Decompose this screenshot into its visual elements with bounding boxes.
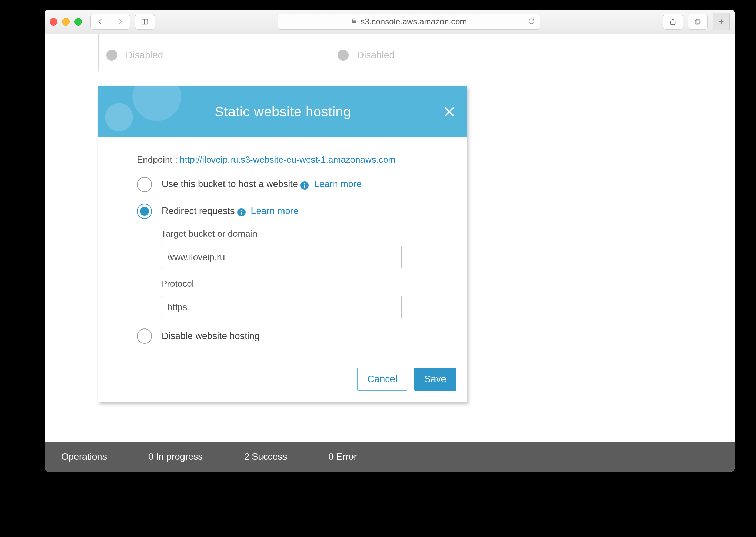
svg-rect-11 [304,185,305,188]
info-icon[interactable] [237,208,246,217]
minimize-window-button[interactable] [62,18,70,26]
panel-header: Static website hosting [98,86,467,137]
svg-rect-5 [695,20,699,24]
sidebar-icon [141,18,149,26]
status-dot-icon [106,50,117,61]
static-website-hosting-panel: Static website hosting Endpoint : http:/… [98,86,467,402]
success-count: 2 Success [244,452,287,462]
operations-label: Operations [61,452,107,462]
panel-title: Static website hosting [215,104,351,120]
share-button[interactable] [663,14,683,30]
radio-unchecked-icon[interactable] [137,328,152,344]
property-card-1[interactable]: Disabled [98,34,299,71]
browser-window: s3.console.aws.amazon.com [45,10,735,472]
svg-point-12 [304,183,305,184]
operations-status-bar[interactable]: Operations 0 In progress 2 Success 0 Err… [45,442,735,472]
option-label: Use this bucket to host a website [162,179,298,189]
chevron-right-icon [116,18,124,26]
svg-rect-14 [241,212,242,215]
close-panel-button[interactable] [442,104,457,119]
protocol-input[interactable]: https [161,296,402,318]
svg-rect-0 [142,19,148,24]
option-disable-hosting[interactable]: Disable website hosting [137,328,429,344]
protocol-label: Protocol [161,278,429,289]
endpoint-link[interactable]: http://iloveip.ru.s3-website-eu-west-1.a… [180,154,396,165]
info-icon[interactable] [300,181,309,190]
panel-footer: Cancel Save [98,361,467,402]
in-progress-count: 0 In progress [148,452,203,462]
back-button[interactable] [90,14,110,30]
error-count: 0 Error [328,452,357,462]
status-label: Disabled [126,50,163,61]
close-icon [442,104,457,119]
save-button[interactable]: Save [414,368,456,391]
reload-button[interactable] [528,18,535,27]
share-icon [669,18,677,26]
safari-toolbar: s3.console.aws.amazon.com [45,10,735,34]
sidebar-toggle-button[interactable] [135,14,155,30]
lock-icon [351,18,357,26]
page-content: Disabled Disabled Static website hosting… [45,34,735,442]
option-host-website[interactable]: Use this bucket to host a website Learn … [137,177,429,192]
cancel-button[interactable]: Cancel [357,368,407,391]
radio-unchecked-icon[interactable] [137,177,152,192]
nav-back-forward [90,14,130,30]
svg-rect-4 [696,19,700,23]
target-bucket-label: Target bucket or domain [161,229,429,239]
address-bar[interactable]: s3.console.aws.amazon.com [278,14,540,30]
maximize-window-button[interactable] [74,18,82,26]
tabs-button[interactable] [688,14,708,30]
option-label: Redirect requests [162,206,235,216]
radio-checked-icon[interactable] [137,204,152,219]
learn-more-link[interactable]: Learn more [314,179,362,189]
tabs-icon [694,18,702,26]
plus-icon [717,18,725,26]
window-controls [50,18,82,26]
learn-more-link[interactable]: Learn more [251,206,299,216]
endpoint-row: Endpoint : http://iloveip.ru.s3-website-… [137,154,429,165]
new-tab-button[interactable] [713,13,730,30]
target-bucket-input[interactable]: www.iloveip.ru [161,246,402,268]
svg-point-15 [241,210,242,211]
chevron-left-icon [97,18,104,26]
option-redirect-requests[interactable]: Redirect requests Learn more [137,204,429,219]
close-window-button[interactable] [50,18,57,26]
property-card-2[interactable]: Disabled [330,34,530,71]
option-label: Disable website hosting [162,331,260,342]
status-label: Disabled [357,50,395,61]
reload-icon [528,18,535,25]
status-dot-icon [338,50,349,61]
endpoint-label: Endpoint : [137,154,180,165]
address-text: s3.console.aws.amazon.com [360,17,467,27]
forward-button[interactable] [110,14,130,30]
